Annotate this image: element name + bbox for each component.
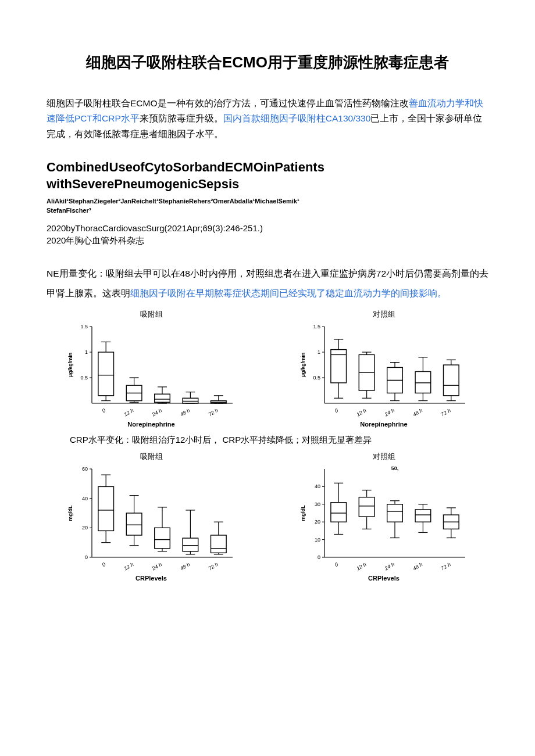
ne-control-label: 对照组 xyxy=(279,309,488,320)
svg-text:0: 0 xyxy=(334,407,339,414)
svg-text:0.5: 0.5 xyxy=(80,375,88,381)
intro-highlight-2: 国内首款细胞因子吸附柱CA130/330 xyxy=(223,113,371,123)
svg-text:24 h: 24 h xyxy=(151,561,163,572)
svg-text:0: 0 xyxy=(334,561,339,568)
svg-rect-103 xyxy=(98,487,114,531)
svg-rect-78 xyxy=(415,372,431,393)
authors: AliAkil¹StephanZiegeler²JanReichelt¹Step… xyxy=(47,197,488,215)
svg-text:48 h: 48 h xyxy=(179,561,191,571)
svg-text:0: 0 xyxy=(101,561,106,568)
subtitle-line-2: withSeverePneumogenicSepsis xyxy=(47,177,239,191)
svg-rect-159 xyxy=(359,497,374,517)
svg-rect-34 xyxy=(183,398,198,403)
svg-text:48 h: 48 h xyxy=(412,561,423,571)
svg-rect-110 xyxy=(126,513,142,535)
crp-adsorb-boxplot: 0204060mg/dL012 h24 h48 h72 h xyxy=(64,463,238,574)
ne-adsorb-cell: 吸附组 0.511.5μg/kg/min012 h24 h48 h72 h No… xyxy=(47,309,256,428)
ne-adsorb-boxplot: 0.511.5μg/kg/min012 h24 h48 h72 h xyxy=(64,321,238,420)
svg-text:10: 10 xyxy=(315,537,320,543)
ne-control-boxplot: 0.511.5μg/kg/min012 h24 h48 h72 h xyxy=(297,321,471,420)
svg-text:40: 40 xyxy=(82,496,88,501)
svg-text:12 h: 12 h xyxy=(355,561,367,571)
svg-text:24 h: 24 h xyxy=(151,407,163,418)
svg-text:72 h: 72 h xyxy=(208,407,219,417)
svg-text:μg/kg/min: μg/kg/min xyxy=(300,353,306,378)
svg-text:24 h: 24 h xyxy=(383,407,395,418)
svg-text:μg/kg/min: μg/kg/min xyxy=(67,353,73,378)
ne-adsorb-xlabel: Norepinephrine xyxy=(47,421,256,428)
svg-text:1: 1 xyxy=(318,349,320,355)
ne-paragraph: NE用量变化：吸附组去甲可以在48小时内停用，对照组患者在进入重症监护病房72小… xyxy=(47,264,488,303)
ne-control-cell: 对照组 0.511.5μg/kg/min012 h24 h48 h72 h No… xyxy=(279,309,488,428)
ne-chart-row: 吸附组 0.511.5μg/kg/min012 h24 h48 h72 h No… xyxy=(47,309,488,428)
svg-text:60: 60 xyxy=(82,466,88,472)
svg-rect-27 xyxy=(155,394,170,402)
ne-adsorb-label: 吸附组 xyxy=(47,309,256,320)
authors-line-2: StefanFischer³ xyxy=(47,207,91,214)
svg-text:20: 20 xyxy=(82,525,88,531)
intro-paragraph: 细胞因子吸附柱联合ECMO是一种有效的治疗方法，可通过快速停止血管活性药物输注改… xyxy=(47,96,488,142)
svg-rect-85 xyxy=(443,365,459,396)
svg-rect-166 xyxy=(387,504,403,522)
svg-text:0.5: 0.5 xyxy=(313,375,320,381)
svg-text:20: 20 xyxy=(315,519,320,525)
svg-text:mg/dL: mg/dL xyxy=(67,505,73,521)
svg-text:12 h: 12 h xyxy=(123,561,134,571)
svg-text:12 h: 12 h xyxy=(123,407,134,417)
ne-highlight: 细胞因子吸附在早期脓毒症状态期间已经实现了稳定血流动力学的间接影响。 xyxy=(130,288,447,298)
paper-subtitle: CombinedUseofCytoSorbandECMOinPatients w… xyxy=(47,159,488,192)
svg-text:30: 30 xyxy=(315,501,320,507)
svg-text:48 h: 48 h xyxy=(179,407,191,417)
svg-rect-117 xyxy=(155,528,170,549)
svg-text:50,: 50, xyxy=(391,465,399,471)
svg-text:1.5: 1.5 xyxy=(313,324,320,329)
svg-text:mg/dL: mg/dL xyxy=(300,505,306,521)
svg-text:12 h: 12 h xyxy=(355,407,367,417)
svg-text:0: 0 xyxy=(85,554,88,560)
svg-text:1: 1 xyxy=(85,349,88,355)
intro-text-1: 细胞因子吸附柱联合ECMO是一种有效的治疗方法，可通过快速停止血管活性药物输注改 xyxy=(47,98,409,108)
svg-rect-124 xyxy=(183,538,198,551)
crp-adsorb-label: 吸附组 xyxy=(47,452,256,462)
crp-caption: CRP水平变化：吸附组治疗12小时后， CRP水平持续降低；对照组无显著差异 xyxy=(70,435,488,446)
crp-chart-row: 吸附组 0204060mg/dL012 h24 h48 h72 h CRPlev… xyxy=(47,452,488,582)
crp-control-cell: 对照组 010203040mg/dL50,012 h24 h48 h72 h C… xyxy=(279,452,488,582)
ne-control-xlabel: Norepinephrine xyxy=(279,421,488,428)
authors-line-1: AliAkil¹StephanZiegeler²JanReichelt¹Step… xyxy=(47,198,299,205)
crp-control-boxplot: 010203040mg/dL50,012 h24 h48 h72 h xyxy=(297,463,471,574)
svg-text:72 h: 72 h xyxy=(440,407,452,417)
svg-text:1.5: 1.5 xyxy=(80,324,88,329)
subtitle-line-1: CombinedUseofCytoSorbandECMOinPatients xyxy=(47,160,324,174)
intro-text-2: 来预防脓毒症升级。 xyxy=(140,113,223,123)
crp-adsorb-xlabel: CRPlevels xyxy=(47,575,256,582)
svg-text:0: 0 xyxy=(318,554,320,560)
svg-text:0: 0 xyxy=(101,407,106,414)
svg-rect-13 xyxy=(98,352,114,396)
svg-rect-152 xyxy=(331,503,347,522)
crp-control-label: 对照组 xyxy=(279,452,488,462)
svg-text:24 h: 24 h xyxy=(383,561,395,572)
citation-zh: 2020年胸心血管外科杂志 xyxy=(47,235,488,246)
crp-control-xlabel: CRPlevels xyxy=(279,575,488,582)
svg-text:72 h: 72 h xyxy=(208,561,219,571)
svg-text:40: 40 xyxy=(315,484,320,490)
svg-text:72 h: 72 h xyxy=(440,561,452,571)
svg-rect-131 xyxy=(211,535,226,553)
svg-text:48 h: 48 h xyxy=(412,407,423,417)
svg-rect-173 xyxy=(415,510,431,522)
citation-en: 2020byThoracCardiovascSurg(2021Apr;69(3)… xyxy=(47,223,488,233)
crp-adsorb-cell: 吸附组 0204060mg/dL012 h24 h48 h72 h CRPlev… xyxy=(47,452,256,582)
page-title: 细胞因子吸附柱联合ECMO用于重度肺源性脓毒症患者 xyxy=(47,52,488,73)
